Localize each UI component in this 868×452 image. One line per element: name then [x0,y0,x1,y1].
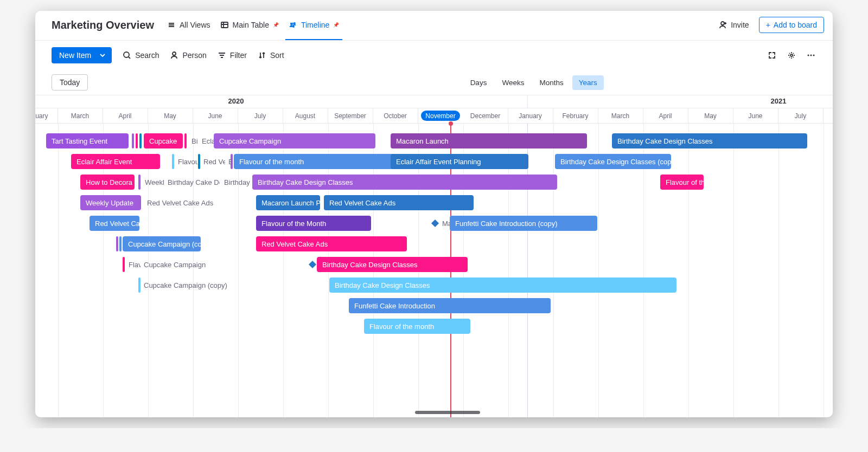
timeline-bar[interactable]: Eclair Affair Event [71,154,160,169]
month-cell: January [508,108,553,123]
timeline-bar[interactable]: Cupcake [144,133,183,148]
milestone-diamond[interactable] [309,261,316,268]
timeline-fragment[interactable]: Cupcake Campaign [142,257,212,272]
month-cell-current[interactable]: November [421,111,460,121]
timeline-row: Cupcake Campaign (copyRed Velvet Cake Ad… [35,236,833,254]
scale-tabs: DaysWeeksMonthsYears [464,75,604,90]
svg-rect-0 [221,22,228,28]
timeline-bar[interactable]: Flavour of the month [364,319,470,334]
timeline-sliver[interactable] [138,175,141,190]
timeline-controls: Today DaysWeeksMonthsYears [35,70,833,95]
timeline-bar[interactable]: Birthday Cake Design Classes [329,277,676,293]
view-tab-main-table[interactable]: Main Table 📌 [220,16,279,34]
timeline-row: Red Velvet Cake AdsWeekly UpdateMacaron … [35,195,833,212]
year-label: 2020 [228,97,244,105]
scale-tab-weeks[interactable]: Weeks [495,75,531,90]
fullscreen-button[interactable] [767,50,777,61]
today-dot [449,121,453,126]
months-row: FebruaryMarchAprilMayJuneJulyAugustSepte… [35,108,833,124]
add-to-board-button[interactable]: + Add to board [759,17,824,33]
timeline-bar[interactable]: Cupcake Campaign [214,133,375,148]
more-button[interactable] [806,50,816,61]
timeline-fragment[interactable]: Bir [189,133,198,148]
pin-icon: 📌 [273,22,279,28]
timeline-sliver[interactable] [172,154,174,169]
settings-button[interactable] [786,50,797,61]
timeline-sliver[interactable] [116,236,118,251]
timeline-bar[interactable]: Red Velvet Cake Ads [256,236,407,251]
timeline-bar[interactable]: Birthday Cake Design Classes [252,175,557,190]
year-label: 2021 [771,97,787,105]
timeline-bar[interactable]: Weekly Update [80,195,141,210]
timeline-sliver[interactable] [123,257,125,272]
view-tab-label: Main Table [233,21,269,29]
years-row: 20202021 [35,95,833,108]
timeline-sliver[interactable] [198,154,200,169]
timeline-bar[interactable]: Birthday Cake Design Classes [317,257,468,272]
month-cell: July [778,108,824,123]
search-label: Search [135,51,159,60]
timeline-bar[interactable]: Birthday Cake Design Classes [612,133,807,148]
timeline-bar[interactable]: Red Velvet Cake Ads [324,195,474,210]
timeline-row: Flavour of the month [35,319,833,336]
timeline-fragment[interactable]: Ecla [200,133,214,148]
search-button[interactable]: Search [123,51,159,60]
month-cell: February [553,108,598,123]
view-tab-timeline[interactable]: Timeline 📌 [289,16,339,34]
person-filter-button[interactable]: Person [170,51,206,60]
timeline-bar[interactable]: Flavour of the month [234,154,394,169]
timeline-fragment[interactable]: Bir [226,154,232,169]
timeline-bar[interactable]: Flavour of the [660,175,704,190]
timeline-bar[interactable]: Birthday Cake Design Classes (copy) [555,154,671,169]
timeline-fragment[interactable]: Weekly [143,175,164,190]
invite-label: Invite [731,21,749,29]
timeline-bar[interactable]: Macaron Launch [391,133,587,148]
plus-icon: + [766,21,770,29]
scale-tab-months[interactable]: Months [533,75,570,90]
sort-button[interactable]: Sort [258,51,284,60]
timeline-bar[interactable]: Flavour of the Month [256,216,371,231]
timeline-bar[interactable]: Cupcake Campaign (copy [123,236,201,251]
scale-tab-days[interactable]: Days [464,75,494,90]
timeline-bar[interactable]: Funfetti Cake Introduction [349,298,551,313]
timeline-bar[interactable]: Eclair Affair Event Planning [391,154,528,169]
timeline-fragment[interactable]: Flav [126,257,141,272]
timeline-bar[interactable]: Tart Tasting Event [46,133,129,148]
timeline-row: BirEclaTart Tasting EventCupcakeCupcake … [35,133,833,151]
pin-icon: 📌 [333,22,339,28]
app-window: Marketing Overview All Views Main Table … [35,11,833,417]
timeline-fragment[interactable]: Red Velvet Cake Ads [145,195,221,210]
invite-button[interactable]: Invite [719,21,749,29]
timeline-row: WeeklyBirthday Cake DesigBirthdayHow to … [35,175,833,192]
timeline-sliver[interactable] [136,133,138,148]
timeline-sliver[interactable] [139,133,142,148]
milestone-diamond[interactable] [431,219,439,227]
timeline-row: Cupcake Campaign (copy)Birthday Cake Des… [35,277,833,295]
timeline-fragment[interactable]: Flavou [176,154,197,169]
timeline-bar[interactable]: Macaron Launch Pa [256,195,320,210]
timeline-row: FlavCupcake CampaignBirthday Cake Design… [35,257,833,274]
timeline-bar[interactable]: How to Decora [80,175,135,190]
sort-label: Sort [270,51,284,60]
filter-button[interactable]: Filter [218,51,247,60]
timeline-fragment[interactable]: Cupcake Campaign (copy) [142,277,234,293]
view-tab-all-views[interactable]: All Views [167,16,210,34]
new-item-button[interactable]: New Item [52,47,112,63]
timeline-sliver[interactable] [119,236,122,251]
timeline-bar[interactable]: Red Velvet Ca [90,216,139,231]
scale-tab-years[interactable]: Years [572,75,604,90]
timeline-fragment[interactable]: Birthday [222,175,252,190]
today-button[interactable]: Today [52,74,88,91]
timeline-sliver[interactable] [138,277,141,293]
timeline-bar[interactable]: Funfetti Cake Introduction (copy) [450,216,597,231]
timeline-fragment[interactable]: Red Ve [201,154,225,169]
timeline-row: MaRed Velvet CaFlavour of the MonthFunfe… [35,216,833,233]
sort-icon [258,51,266,60]
timeline-sliver[interactable] [184,133,187,148]
scroll-thumb[interactable] [415,411,480,414]
svg-point-2 [291,24,292,25]
search-icon [123,51,131,60]
timeline-fragment[interactable]: Birthday Cake Desig [165,175,220,190]
month-cell: December [463,108,508,123]
timeline-sliver[interactable] [132,133,134,148]
